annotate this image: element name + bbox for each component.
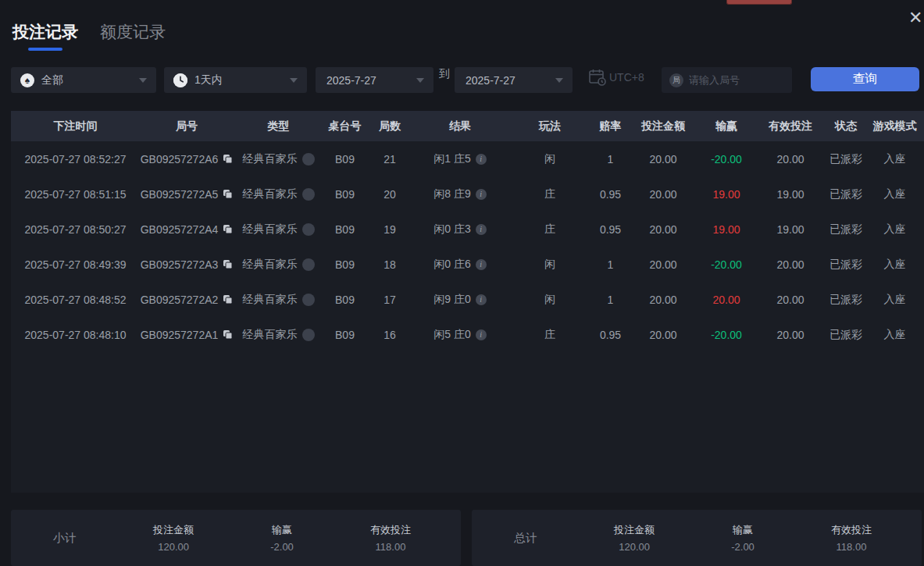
cell-odds: 0.95 xyxy=(593,329,628,341)
info-icon[interactable]: i xyxy=(476,259,487,270)
cell-valid-bet: 19.00 xyxy=(755,188,826,201)
game-type-value: 全部 xyxy=(41,73,63,87)
replay-icon[interactable] xyxy=(302,294,315,306)
cell-round-no: 20 xyxy=(366,188,413,201)
table-row: 2025-07-27 08:48:52 GB09257272A2 经典百家乐 B… xyxy=(11,282,924,317)
cell-result: 闲5 庄0 i xyxy=(413,328,507,342)
time-range-select[interactable]: 1天内 xyxy=(164,67,307,93)
cell-bet-time: 2025-07-27 08:48:10 xyxy=(11,329,140,341)
cell-game-mode: 入座 xyxy=(865,152,924,166)
cell-round-no: 17 xyxy=(366,294,413,306)
copy-icon[interactable] xyxy=(223,189,233,199)
cell-bet-amount: 20.00 xyxy=(628,329,698,341)
cell-valid-bet: 20.00 xyxy=(755,294,826,306)
subtotal-panel: 小计 投注金额 120.00 输赢 -2.00 有效投注 118.00 xyxy=(11,510,461,566)
date-from-picker[interactable]: 2025-7-27 xyxy=(316,67,433,93)
cell-round-no: 19 xyxy=(366,223,413,236)
table-row: 2025-07-27 08:49:39 GB09257272A3 经典百家乐 B… xyxy=(11,247,924,282)
cell-odds: 1 xyxy=(593,153,628,166)
cell-status: 已派彩 xyxy=(826,328,865,342)
info-icon[interactable]: i xyxy=(476,329,487,340)
column-header-game-mode: 游戏模式 xyxy=(865,119,924,133)
table-row: 2025-07-27 08:51:15 GB09257272A5 经典百家乐 B… xyxy=(11,176,924,212)
cell-bet-amount: 20.00 xyxy=(628,188,698,201)
chevron-down-icon xyxy=(416,78,424,83)
cell-valid-bet: 20.00 xyxy=(755,258,826,271)
search-button[interactable]: 查询 xyxy=(811,67,919,91)
tab-quota-records[interactable]: 额度记录 xyxy=(100,21,166,51)
replay-icon[interactable] xyxy=(302,223,315,236)
cell-play: 闲 xyxy=(507,293,593,307)
replay-icon[interactable] xyxy=(302,329,315,341)
cell-game-mode: 入座 xyxy=(865,328,924,342)
copy-icon[interactable] xyxy=(223,259,233,269)
cell-table-no: B09 xyxy=(323,258,366,271)
cell-bet-amount: 20.00 xyxy=(628,294,698,306)
cell-odds: 0.95 xyxy=(593,188,628,201)
cell-round-no: 21 xyxy=(366,153,413,166)
column-header-time: 下注时间 xyxy=(11,119,140,133)
cell-odds: 1 xyxy=(593,294,628,306)
chevron-down-icon xyxy=(555,78,563,83)
cell-round-no: 18 xyxy=(366,258,413,271)
timezone-indicator: UTC+8 xyxy=(587,67,644,87)
table-header-row: 下注时间 局号 类型 桌台号 局数 结果 玩法 赔率 投注金额 输赢 有效投注 … xyxy=(11,111,924,141)
replay-icon[interactable] xyxy=(302,188,315,201)
filter-bar: ♠ 全部 1天内 2025-7-27 到 2025-7-27 UTC+8 xyxy=(0,67,924,93)
cell-status: 已派彩 xyxy=(826,187,865,201)
cell-status: 已派彩 xyxy=(826,258,865,272)
replay-icon[interactable] xyxy=(302,153,315,166)
cell-play: 闲 xyxy=(507,258,593,272)
info-icon[interactable]: i xyxy=(476,154,487,165)
game-type-select[interactable]: ♠ 全部 xyxy=(11,67,156,93)
cell-game-mode: 入座 xyxy=(865,293,924,307)
info-icon[interactable]: i xyxy=(476,294,487,305)
date-to-value: 2025-7-27 xyxy=(466,74,516,87)
total-title: 总计 xyxy=(514,531,537,546)
cell-bet-amount: 20.00 xyxy=(628,153,698,166)
cell-status: 已派彩 xyxy=(826,222,865,237)
round-number-input[interactable] xyxy=(689,74,784,86)
cell-game-type: 经典百家乐 xyxy=(234,258,323,272)
cell-win-loss: -20.00 xyxy=(698,329,755,341)
cell-result: 闲1 庄5 i xyxy=(413,152,507,166)
subtotal-title: 小计 xyxy=(53,531,77,546)
column-header-bet-amount: 投注金额 xyxy=(628,119,698,133)
active-tab-underline xyxy=(28,48,62,51)
cell-table-no: B09 xyxy=(323,188,366,201)
cell-win-loss: 19.00 xyxy=(698,223,755,236)
cell-odds: 0.95 xyxy=(593,223,628,236)
cell-game-mode: 入座 xyxy=(865,222,924,237)
column-header-result: 结果 xyxy=(413,119,507,133)
tab-bet-records[interactable]: 投注记录 xyxy=(12,21,78,51)
tab-bet-records-label: 投注记录 xyxy=(12,23,78,41)
replay-icon[interactable] xyxy=(302,258,315,271)
cell-table-no: B09 xyxy=(323,153,366,166)
to-label: 到 xyxy=(439,67,450,81)
close-icon[interactable]: ✕ xyxy=(908,9,922,27)
cell-game-type: 经典百家乐 xyxy=(234,152,323,166)
clock-icon xyxy=(173,73,187,87)
total-bet-amount: 投注金额 120.00 xyxy=(614,523,655,553)
cell-result: 闲9 庄0 i xyxy=(413,293,507,307)
copy-icon[interactable] xyxy=(223,154,233,164)
copy-icon[interactable] xyxy=(223,294,233,304)
copy-icon[interactable] xyxy=(223,224,233,234)
copy-icon[interactable] xyxy=(223,329,233,340)
cell-play: 庄 xyxy=(507,328,593,342)
cell-win-loss: -20.00 xyxy=(698,153,755,166)
info-icon[interactable]: i xyxy=(476,189,487,200)
date-to-picker[interactable]: 2025-7-27 xyxy=(455,67,573,93)
cell-game-mode: 入座 xyxy=(865,187,924,201)
column-header-status: 状态 xyxy=(826,119,865,133)
cell-play: 庄 xyxy=(507,222,593,237)
cell-table-no: B09 xyxy=(323,329,366,341)
cell-play: 庄 xyxy=(507,187,593,201)
column-header-play: 玩法 xyxy=(507,119,593,133)
cell-game-mode: 入座 xyxy=(865,258,924,272)
cell-game-type: 经典百家乐 xyxy=(234,328,323,342)
info-icon[interactable]: i xyxy=(476,224,487,235)
cell-win-loss: 20.00 xyxy=(698,294,755,306)
column-header-odds: 赔率 xyxy=(593,119,628,133)
background-red-strip xyxy=(726,0,792,5)
